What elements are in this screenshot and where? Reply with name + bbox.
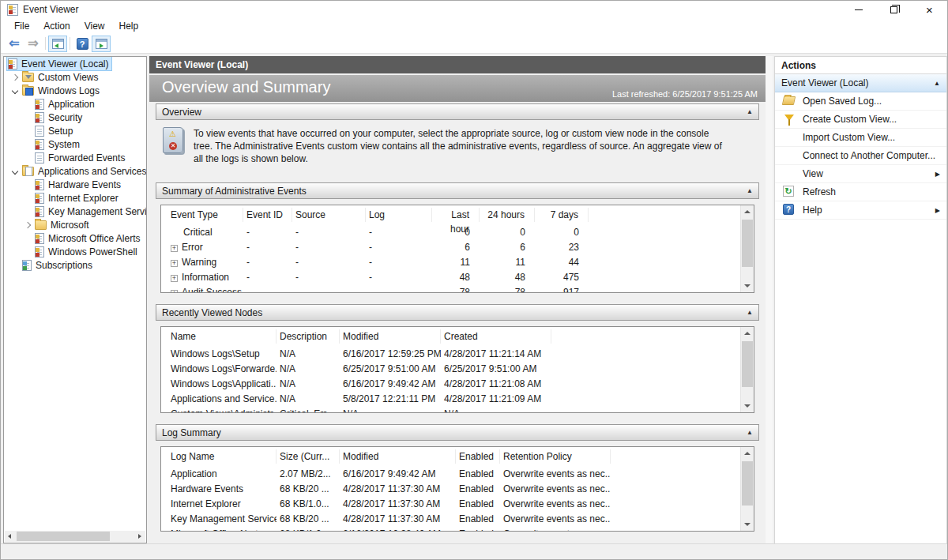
column-header[interactable]: Log Name [167,449,276,464]
table-row[interactable]: +Error---6623 [161,239,740,254]
chevron-right-icon[interactable] [21,222,34,227]
table-row[interactable]: Applications and Service...N/A5/8/2017 1… [161,391,740,406]
tree-item-system[interactable]: System [4,137,146,151]
column-header[interactable]: Event ID [243,208,292,222]
column-header[interactable]: Size (Curr... [276,449,340,464]
table-row[interactable]: Internet Explorer68 KB/1.0...4/28/2017 1… [161,496,740,511]
chevron-right-icon[interactable] [9,74,21,80]
scroll-up-button[interactable] [741,205,754,218]
table-row[interactable]: Windows Logs\SetupN/A6/16/2017 12:59:25 … [161,346,740,361]
action-view[interactable]: View ▶ [775,165,946,183]
overview-section-header[interactable]: Overview ▲ [156,103,759,120]
scrollbar-thumb[interactable] [742,341,753,387]
scroll-up-button[interactable] [741,447,754,460]
expand-icon[interactable]: + [171,290,178,293]
column-header[interactable]: Name [167,329,276,344]
collapse-icon[interactable]: ▲ [747,430,753,436]
table-row[interactable]: Key Management Service68 KB/20 ...4/28/2… [161,511,740,526]
minimize-button[interactable] [841,1,876,19]
column-header[interactable]: Log [366,208,432,222]
help-toolbar-button[interactable]: ? [73,36,92,52]
collapse-icon[interactable]: ▲ [747,109,753,115]
table-row[interactable]: +Warning---111144 [161,254,740,269]
column-header[interactable]: Event Type [167,208,243,222]
forward-button[interactable]: ⇒ [24,36,43,52]
table-row[interactable]: Critical---000 [161,224,740,239]
panel-scrollbar-track[interactable] [766,56,773,544]
show-console-tree-button[interactable] [48,36,67,52]
tree-item-windows-logs[interactable]: Windows Logs [4,84,146,97]
tree-item-event-viewer-local[interactable]: Event Viewer (Local) [4,57,146,70]
menu-action[interactable]: Action [36,18,77,34]
actions-group-header[interactable]: Event Viewer (Local) ▲ [775,74,946,92]
scroll-right-button[interactable] [134,531,145,542]
scrollbar-thumb[interactable] [742,461,753,506]
scrollbar-thumb[interactable] [742,220,753,267]
column-header[interactable]: Modified [340,449,456,464]
show-action-pane-button[interactable] [92,36,111,52]
tree-item-hardware-events[interactable]: Hardware Events [4,178,146,191]
column-header[interactable]: Description [276,329,340,344]
tree-item-setup[interactable]: Setup [4,124,146,137]
scroll-down-button[interactable] [741,400,754,412]
back-button[interactable]: ⇐ [5,36,24,52]
table-row[interactable]: Microsoft Office Alerts68 KB/1.0...6/16/… [161,526,740,531]
action-refresh[interactable]: ↻ Refresh [775,183,946,201]
tree-item-microsoft[interactable]: Microsoft [4,218,146,231]
vertical-scrollbar[interactable] [740,327,754,412]
scroll-left-button[interactable] [5,531,16,542]
chevron-down-icon[interactable] [9,169,21,174]
menu-file[interactable]: File [7,18,36,34]
tree-item-key-management-service[interactable]: Key Management Service [4,205,146,218]
tree-item-security[interactable]: Security [4,111,146,124]
column-header[interactable]: 7 days [535,208,589,222]
scrollbar-thumb[interactable] [17,532,110,541]
action-connect-to-another-computer[interactable]: Connect to Another Computer... [775,147,946,165]
table-row[interactable]: Windows Logs\Forwarde...N/A6/25/2017 9:5… [161,361,740,376]
horizontal-scrollbar[interactable] [5,531,145,542]
collapse-icon[interactable]: ▲ [747,310,753,316]
tree-item-internet-explorer[interactable]: Internet Explorer [4,191,146,205]
action-help[interactable]: ? Help ▶ [775,201,946,220]
close-button[interactable]: × [912,1,947,19]
tree-item-forwarded-events[interactable]: Forwarded Events [4,151,146,164]
action-create-custom-view[interactable]: Create Custom View... [775,111,946,129]
log-summary-section-header[interactable]: Log Summary ▲ [156,424,759,441]
tree-item-applications-and-services-logs[interactable]: Applications and Services Lo [4,164,146,178]
chevron-down-icon[interactable] [9,88,21,93]
action-open-saved-log[interactable]: Open Saved Log... [775,92,946,111]
scroll-down-button[interactable] [741,280,754,292]
table-row[interactable]: Windows Logs\Applicati...N/A6/16/2017 9:… [161,376,740,391]
column-header[interactable]: Last hour [432,208,480,222]
action-import-custom-view[interactable]: Import Custom View... [775,129,946,147]
column-header[interactable]: Retention Policy [500,449,611,464]
column-header[interactable]: Modified [340,329,441,344]
column-header[interactable]: Enabled [456,449,500,464]
tree-item-windows-powershell[interactable]: Windows PowerShell [4,245,146,258]
menu-view[interactable]: View [77,18,112,34]
scroll-up-button[interactable] [741,327,754,340]
table-row[interactable]: Custom Views\Administr...Critical, Err..… [161,406,740,412]
vertical-scrollbar[interactable] [740,205,754,292]
table-row[interactable]: Application2.07 MB/2...6/16/2017 9:49:42… [161,466,740,481]
table-row[interactable]: +Information---4848475 [161,269,740,284]
table-row[interactable]: +Audit Success---7878917 [161,284,740,292]
recent-nodes-section-header[interactable]: Recently Viewed Nodes ▲ [156,304,759,321]
table-row[interactable]: Hardware Events68 KB/20 ...4/28/2017 11:… [161,481,740,496]
tree-item-application[interactable]: Application [4,97,146,111]
tree-item-custom-views[interactable]: Custom Views [4,70,146,84]
menu-help[interactable]: Help [112,18,146,34]
column-header[interactable]: 24 hours [480,208,535,222]
collapse-icon[interactable]: ▲ [747,188,753,194]
expand-icon[interactable]: + [171,275,178,282]
column-header[interactable]: Created [441,329,551,344]
vertical-scrollbar[interactable] [740,447,754,531]
admin-events-section-header[interactable]: Summary of Administrative Events ▲ [156,182,759,199]
collapse-icon[interactable]: ▲ [934,80,940,87]
expand-icon[interactable]: + [171,245,178,252]
scroll-down-button[interactable] [741,518,754,531]
restore-button[interactable] [876,1,912,19]
column-header[interactable]: Source [292,208,366,222]
expand-icon[interactable]: + [171,260,178,267]
tree-item-subscriptions[interactable]: Subscriptions [4,258,146,272]
